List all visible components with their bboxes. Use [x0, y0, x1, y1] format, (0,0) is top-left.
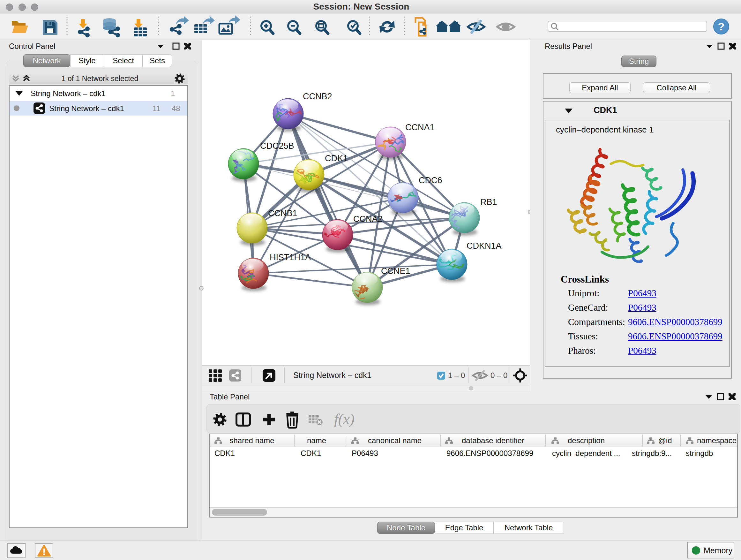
svg-text:CCNA1: CCNA1 [405, 123, 434, 132]
svg-text:48: 48 [172, 104, 180, 113]
svg-text:String Network – cdk1: String Network – cdk1 [293, 371, 372, 380]
svg-text:?: ? [718, 20, 725, 33]
svg-text:CCNB2: CCNB2 [303, 91, 332, 101]
svg-text:CDKN1A: CDKN1A [467, 241, 502, 251]
svg-text:CCNE1: CCNE1 [381, 266, 410, 276]
svg-text:0 – 0: 0 – 0 [490, 371, 508, 380]
svg-text:11: 11 [152, 104, 160, 113]
svg-text:RB1: RB1 [480, 197, 497, 207]
svg-text:CDC25B: CDC25B [260, 141, 294, 151]
svg-text:f(x): f(x) [334, 411, 354, 427]
svg-text:String Network – cdk1: String Network – cdk1 [49, 104, 124, 113]
svg-text:Memory: Memory [704, 546, 733, 555]
svg-text:CCNB1: CCNB1 [268, 208, 297, 218]
svg-text:HIST1H1A: HIST1H1A [270, 253, 311, 262]
svg-text:CDC6: CDC6 [419, 176, 442, 185]
svg-text:1 of 1 Network selected: 1 of 1 Network selected [62, 74, 138, 83]
svg-text:1 – 0: 1 – 0 [448, 371, 465, 380]
svg-text:CCNA2: CCNA2 [353, 214, 383, 224]
svg-text:CDK1: CDK1 [325, 153, 348, 163]
